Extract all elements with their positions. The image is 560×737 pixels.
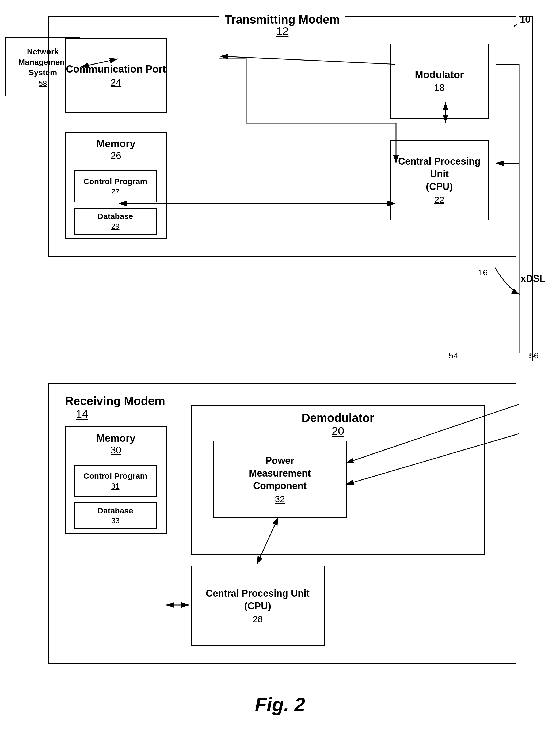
ctrl-prog-27-label: Control Program [83, 177, 147, 186]
database-29-label: Database [97, 212, 133, 221]
memory-26-label: Memory [96, 138, 135, 150]
database-33-box: Database 33 [74, 502, 157, 529]
demodulator-20-box: Demodulator 20 Power Measurement Compone… [191, 405, 485, 555]
memory-26-number: 26 [111, 150, 121, 161]
communication-port-box: Communication Port 24 [65, 38, 167, 113]
demodulator-20-label: Demodulator [302, 411, 374, 425]
transmitting-modem-label: Transmitting Modem [219, 13, 345, 26]
memory-30-box: Memory 30 Control Program 31 Database 33 [65, 427, 167, 534]
control-program-31-box: Control Program 31 [74, 465, 157, 497]
memory-30-label: Memory [96, 433, 135, 444]
receiving-modem-number: 14 [76, 408, 88, 421]
modulator-18-number: 18 [434, 82, 445, 93]
transmitting-modem-box: Transmitting Modem 12 Communication Port… [48, 16, 516, 257]
receiving-modem-label: Receiving Modem [65, 394, 165, 408]
ctrl-prog-31-label: Control Program [83, 471, 147, 481]
database-29-number: 29 [111, 222, 119, 230]
database-33-number: 33 [111, 517, 119, 525]
ctrl-prog-31-number: 31 [111, 482, 119, 491]
modulator-18-label: Modulator [415, 69, 464, 81]
transmitting-modem-number: 12 [276, 25, 289, 38]
receiving-modem-box: Receiving Modem 14 Memory 30 Control Pro… [48, 383, 516, 664]
ref-54: 54 [449, 351, 458, 360]
memory-26-box: Memory 26 Control Program 27 Database 29 [65, 132, 167, 239]
comm-port-number: 24 [111, 77, 121, 88]
diagram: 10 ↙ Network Management System 58 Transm… [0, 0, 560, 737]
power-measurement-32-box: Power Measurement Component 32 [213, 441, 347, 518]
cpu-22-label: Central Procesing Unit (CPU) [391, 155, 488, 193]
cpu-28-label: Central Procesing Unit (CPU) [206, 587, 310, 613]
comm-port-label: Communication Port [66, 63, 166, 75]
ref-10: 10 [520, 14, 531, 25]
xdsl-label: xDSL [521, 273, 545, 284]
control-program-27-box: Control Program 27 [74, 170, 157, 202]
modulator-18-box: Modulator 18 [390, 44, 489, 119]
cpu-28-box: Central Procesing Unit (CPU) 28 [191, 566, 325, 646]
cpu-22-box: Central Procesing Unit (CPU) 22 [390, 140, 489, 220]
cpu-22-number: 22 [434, 195, 444, 205]
ref-56: 56 [529, 351, 539, 360]
memory-30-number: 30 [111, 445, 121, 456]
ctrl-prog-27-number: 27 [111, 187, 119, 196]
nms-number: 58 [39, 79, 47, 88]
figure-label: Fig. 2 [255, 694, 305, 716]
power-meas-label: Power Measurement Component [249, 455, 311, 492]
demodulator-20-number: 20 [332, 425, 344, 438]
cpu-28-number: 28 [253, 614, 263, 624]
power-meas-number: 32 [275, 494, 285, 504]
ref-16: 16 [478, 268, 488, 277]
database-33-label: Database [97, 506, 133, 515]
database-29-box: Database 29 [74, 208, 157, 234]
